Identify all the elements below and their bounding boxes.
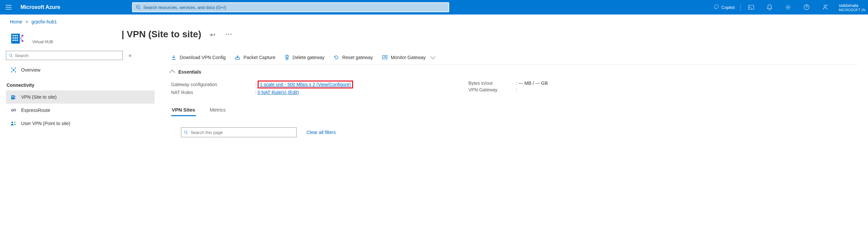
global-search-input[interactable] xyxy=(143,5,445,10)
svg-line-39 xyxy=(187,133,188,134)
sidebar-collapse-button[interactable]: « xyxy=(125,51,135,60)
topbar-divider xyxy=(740,3,741,11)
svg-rect-31 xyxy=(13,97,13,98)
pin-icon xyxy=(209,31,215,37)
breadcrumb-current[interactable]: grpcfix-hub1 xyxy=(31,19,57,25)
command-bar: Download VPN Config Packet Capture Delet… xyxy=(171,50,858,65)
svg-rect-14 xyxy=(14,40,16,41)
sidebar-item-label: ExpressRoute xyxy=(21,107,50,113)
packet-capture-button[interactable]: Packet Capture xyxy=(235,50,275,65)
gateway-config-label: Gateway configuration xyxy=(171,82,254,87)
main-content: Download VPN Config Packet Capture Delet… xyxy=(158,49,868,137)
feedback-icon xyxy=(822,4,828,10)
download-vpn-config-button[interactable]: Download VPN Config xyxy=(171,50,225,65)
svg-point-0 xyxy=(137,5,140,8)
more-button[interactable]: ··· xyxy=(224,29,234,40)
page-title-row: | VPN (Site to site) ··· xyxy=(122,29,234,40)
breadcrumb: Home > grpcfix-hub1 xyxy=(0,14,868,26)
breadcrumb-home[interactable]: Home xyxy=(10,19,22,25)
overview-icon xyxy=(10,67,17,73)
svg-line-18 xyxy=(21,36,23,38)
gateway-config-link[interactable]: 1 scale unit - 500 Mbps x 2 (View/Config… xyxy=(260,82,351,87)
cmd-label: Monitor Gateway xyxy=(391,55,426,60)
sidebar-search-input[interactable] xyxy=(15,53,120,58)
svg-rect-9 xyxy=(17,35,18,36)
svg-point-3 xyxy=(787,6,789,8)
svg-line-21 xyxy=(11,56,12,57)
search-icon xyxy=(136,5,141,9)
svg-point-32 xyxy=(15,96,16,97)
page-title: | VPN (Site to site) xyxy=(122,29,201,40)
monitor-icon xyxy=(382,55,388,60)
resource-type-label: Virtual HUB xyxy=(32,40,115,44)
svg-rect-7 xyxy=(12,35,14,36)
sidebar-item-overview[interactable]: Overview xyxy=(6,63,155,76)
vpn-gateway-label: VPN Gateway xyxy=(468,87,515,92)
monitor-gateway-button[interactable]: Monitor Gateway xyxy=(382,50,434,65)
delete-gateway-button[interactable]: Delete gateway xyxy=(285,50,325,65)
svg-rect-11 xyxy=(14,37,16,39)
account-menu[interactable]: siddomala MICROSOFT (N xyxy=(836,0,865,14)
sidebar-item-expressroute[interactable]: ExpressRoute xyxy=(6,104,155,117)
svg-rect-2 xyxy=(748,5,753,9)
cmd-label: Reset gateway xyxy=(342,55,373,60)
page-header: Virtual HUB | VPN (Site to site) ··· xyxy=(0,26,868,49)
essentials-body: Gateway configuration : 1 scale unit - 5… xyxy=(171,76,858,102)
svg-rect-36 xyxy=(236,58,240,59)
building-icon xyxy=(10,94,17,100)
svg-rect-13 xyxy=(12,40,14,41)
gear-icon xyxy=(785,4,791,10)
svg-rect-30 xyxy=(12,97,12,98)
svg-line-19 xyxy=(21,38,23,41)
svg-point-5 xyxy=(824,5,826,7)
sidebar-item-user-vpn[interactable]: User VPN (Point to site) xyxy=(6,117,155,130)
svg-line-1 xyxy=(139,8,141,9)
cmd-label: Download VPN Config xyxy=(180,55,225,60)
hamburger-menu[interactable] xyxy=(3,1,14,13)
brand[interactable]: Microsoft Azure xyxy=(21,4,60,10)
page-search[interactable] xyxy=(181,127,297,137)
search-icon xyxy=(9,54,13,58)
page-search-input[interactable] xyxy=(191,130,293,135)
filter-row: Clear all filters xyxy=(181,127,858,137)
tabs: VPN Sites Metrics xyxy=(171,104,858,116)
clear-filters-link[interactable]: Clear all filters xyxy=(307,130,336,135)
svg-point-20 xyxy=(9,54,12,57)
svg-rect-28 xyxy=(12,96,12,97)
reset-gateway-button[interactable]: Reset gateway xyxy=(334,50,373,65)
global-search[interactable] xyxy=(132,2,449,12)
svg-rect-12 xyxy=(17,37,18,39)
sidebar-item-label: User VPN (Point to site) xyxy=(21,121,70,126)
topbar: Microsoft Azure Copilot siddomala MICROS… xyxy=(0,0,868,14)
trash-icon xyxy=(285,55,289,60)
breadcrumb-sep: > xyxy=(25,19,28,25)
bytes-value: --- MB / --- GB xyxy=(519,80,548,86)
cloud-shell-button[interactable] xyxy=(743,0,759,14)
svg-point-35 xyxy=(14,122,16,123)
feedback-button[interactable] xyxy=(817,0,833,14)
help-button[interactable] xyxy=(799,0,814,14)
nat-rules-link[interactable]: 0 NAT Rule(s) (Edit) xyxy=(258,90,299,95)
cloud-shell-icon xyxy=(748,5,754,10)
sidebar-item-label: Overview xyxy=(21,67,40,73)
sidebar-search[interactable] xyxy=(6,51,123,60)
svg-point-33 xyxy=(15,98,16,99)
svg-rect-10 xyxy=(12,37,14,39)
reset-icon xyxy=(334,55,339,60)
sidebar-group-connectivity: Connectivity xyxy=(6,76,155,91)
notifications-button[interactable] xyxy=(762,0,777,14)
cmd-label: Delete gateway xyxy=(292,55,325,60)
sidebar: « Overview Connectivity VPN (Site to sit… xyxy=(6,49,158,137)
pin-button[interactable] xyxy=(207,29,218,40)
sidebar-item-vpn-s2s[interactable]: VPN (Site to site) xyxy=(6,91,155,104)
settings-button[interactable] xyxy=(780,0,796,14)
gateway-config-highlight: 1 scale unit - 500 Mbps x 2 (View/Config… xyxy=(258,80,353,89)
sidebar-item-label: VPN (Site to site) xyxy=(21,94,57,100)
essentials-toggle[interactable]: Essentials xyxy=(171,65,858,76)
user-vpn-icon xyxy=(10,121,17,126)
svg-point-34 xyxy=(11,122,13,124)
tab-metrics[interactable]: Metrics xyxy=(209,104,226,116)
copilot-button[interactable]: Copilot xyxy=(711,0,737,14)
tab-vpn-sites[interactable]: VPN Sites xyxy=(171,104,196,116)
search-icon xyxy=(184,130,188,135)
